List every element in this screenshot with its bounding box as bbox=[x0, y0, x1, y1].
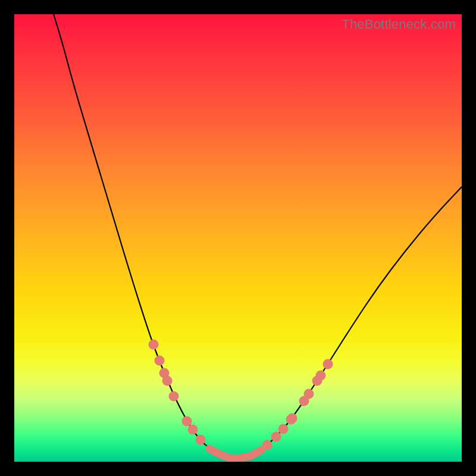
data-marker bbox=[271, 432, 281, 442]
right-markers-group bbox=[262, 359, 333, 450]
data-marker bbox=[316, 371, 326, 381]
data-marker bbox=[162, 376, 173, 386]
curve-layer bbox=[14, 14, 462, 462]
data-marker bbox=[155, 356, 165, 366]
data-marker bbox=[196, 435, 206, 445]
data-marker bbox=[323, 359, 333, 369]
data-marker bbox=[182, 416, 192, 427]
watermark-text: TheBottleneck.com bbox=[342, 17, 456, 32]
optimal-range-highlight bbox=[209, 449, 261, 458]
data-marker bbox=[304, 389, 314, 399]
data-marker bbox=[262, 440, 273, 450]
data-marker bbox=[188, 425, 198, 435]
bottleneck-curve bbox=[52, 8, 462, 458]
data-marker bbox=[169, 392, 179, 402]
chart-frame: TheBottleneck.com bbox=[14, 14, 462, 462]
data-marker bbox=[287, 414, 298, 424]
data-marker bbox=[149, 340, 159, 350]
data-marker bbox=[278, 424, 289, 434]
